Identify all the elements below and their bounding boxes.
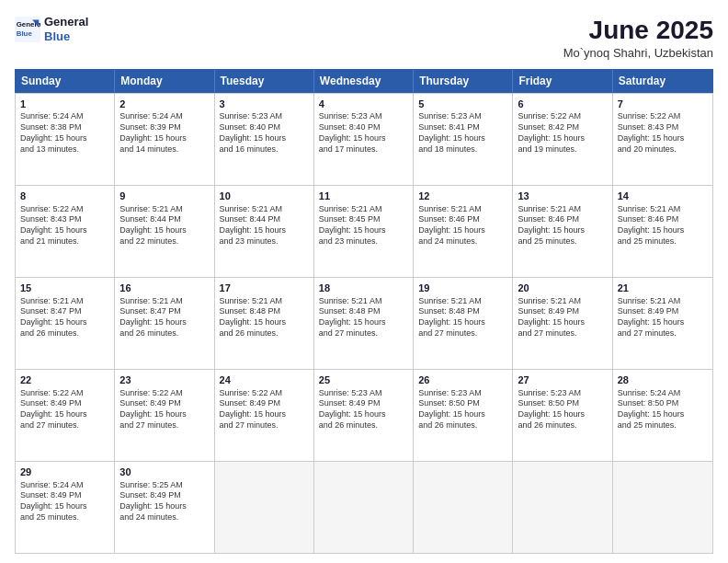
day-number: 19 [418,282,507,295]
day-number: 2 [119,98,209,111]
day-info: Sunrise: 5:21 AMSunset: 8:46 PMDaylight:… [418,204,507,247]
day-number: 9 [119,190,209,203]
calendar-header: Sunday Monday Tuesday Wednesday Thursday… [15,69,713,93]
day-info: Sunrise: 5:22 AMSunset: 8:43 PMDaylight:… [618,111,708,155]
day-number: 27 [518,373,607,387]
day-info: Sunrise: 5:21 AMSunset: 8:47 PMDaylight:… [119,296,209,339]
day-info: Sunrise: 5:21 AMSunset: 8:48 PMDaylight:… [418,296,507,339]
week-row-5: 29Sunrise: 5:24 AMSunset: 8:49 PMDayligh… [16,461,712,553]
day-info: Sunrise: 5:23 AMSunset: 8:50 PMDaylight:… [518,388,607,431]
day-info: Sunrise: 5:21 AMSunset: 8:49 PMDaylight:… [618,296,708,339]
cal-cell: 1Sunrise: 5:24 AMSunset: 8:38 PMDaylight… [16,94,115,185]
day-number: 25 [319,373,408,387]
day-number: 28 [618,373,708,387]
header-monday: Monday [115,70,214,92]
calendar: Sunday Monday Tuesday Wednesday Thursday… [15,69,713,554]
subtitle: Mo`ynoq Shahri, Uzbekistan [563,46,713,60]
cal-cell [215,462,314,553]
cal-cell: 27Sunrise: 5:23 AMSunset: 8:50 PMDayligh… [513,370,612,461]
cal-cell: 3Sunrise: 5:23 AMSunset: 8:40 PMDaylight… [215,94,314,185]
day-number: 3 [220,98,309,111]
svg-text:Blue: Blue [17,29,33,38]
cal-cell: 25Sunrise: 5:23 AMSunset: 8:49 PMDayligh… [314,370,414,461]
header-sunday: Sunday [16,70,115,92]
day-info: Sunrise: 5:22 AMSunset: 8:43 PMDaylight:… [20,204,109,247]
cal-cell: 28Sunrise: 5:24 AMSunset: 8:50 PMDayligh… [613,370,712,461]
day-info: Sunrise: 5:22 AMSunset: 8:49 PMDaylight:… [220,388,309,431]
day-number: 4 [319,98,408,111]
cal-cell: 2Sunrise: 5:24 AMSunset: 8:39 PMDaylight… [115,94,214,185]
cal-cell [314,462,414,553]
day-number: 20 [518,282,607,295]
cal-cell: 15Sunrise: 5:21 AMSunset: 8:47 PMDayligh… [16,278,115,369]
day-number: 29 [20,465,109,479]
cal-cell: 29Sunrise: 5:24 AMSunset: 8:49 PMDayligh… [16,462,115,553]
cal-cell: 11Sunrise: 5:21 AMSunset: 8:45 PMDayligh… [314,186,414,277]
calendar-body: 1Sunrise: 5:24 AMSunset: 8:38 PMDaylight… [15,93,713,554]
cal-cell: 7Sunrise: 5:22 AMSunset: 8:43 PMDaylight… [613,94,712,185]
cal-cell: 14Sunrise: 5:21 AMSunset: 8:46 PMDayligh… [613,186,712,277]
day-info: Sunrise: 5:21 AMSunset: 8:44 PMDaylight:… [220,204,309,247]
cal-cell: 4Sunrise: 5:23 AMSunset: 8:40 PMDaylight… [314,94,414,185]
day-number: 30 [119,465,209,479]
day-number: 13 [518,190,607,203]
cal-cell: 16Sunrise: 5:21 AMSunset: 8:47 PMDayligh… [115,278,214,369]
day-info: Sunrise: 5:21 AMSunset: 8:44 PMDaylight:… [119,204,209,247]
logo-text-line1: General [44,15,88,29]
cal-cell: 8Sunrise: 5:22 AMSunset: 8:43 PMDaylight… [16,186,115,277]
cal-cell: 6Sunrise: 5:22 AMSunset: 8:42 PMDaylight… [513,94,612,185]
title-block: June 2025 Mo`ynoq Shahri, Uzbekistan [563,15,713,60]
cal-cell [414,462,513,553]
day-number: 5 [418,98,507,111]
cal-cell: 5Sunrise: 5:23 AMSunset: 8:41 PMDaylight… [414,94,513,185]
week-row-1: 1Sunrise: 5:24 AMSunset: 8:38 PMDaylight… [16,93,712,185]
cal-cell: 18Sunrise: 5:21 AMSunset: 8:48 PMDayligh… [314,278,414,369]
day-info: Sunrise: 5:24 AMSunset: 8:49 PMDaylight:… [20,480,109,523]
week-row-2: 8Sunrise: 5:22 AMSunset: 8:43 PMDaylight… [16,185,712,277]
day-info: Sunrise: 5:25 AMSunset: 8:49 PMDaylight:… [119,480,209,523]
day-number: 7 [618,98,708,111]
cal-cell: 13Sunrise: 5:21 AMSunset: 8:46 PMDayligh… [513,186,612,277]
day-info: Sunrise: 5:21 AMSunset: 8:49 PMDaylight:… [518,296,607,339]
day-info: Sunrise: 5:24 AMSunset: 8:38 PMDaylight:… [20,111,109,155]
logo-icon: General Blue [15,17,40,42]
cal-cell: 23Sunrise: 5:22 AMSunset: 8:49 PMDayligh… [115,370,214,461]
day-info: Sunrise: 5:21 AMSunset: 8:47 PMDaylight:… [20,296,109,339]
cal-cell: 19Sunrise: 5:21 AMSunset: 8:48 PMDayligh… [414,278,513,369]
cal-cell [613,462,712,553]
day-number: 1 [20,98,109,111]
page: General Blue General Blue June 2025 Mo`y… [0,0,728,563]
day-number: 6 [518,98,607,111]
day-info: Sunrise: 5:23 AMSunset: 8:40 PMDaylight:… [319,111,408,155]
day-info: Sunrise: 5:22 AMSunset: 8:49 PMDaylight:… [119,388,209,431]
day-info: Sunrise: 5:23 AMSunset: 8:49 PMDaylight:… [319,388,408,431]
day-number: 23 [119,373,209,387]
day-number: 17 [220,282,309,295]
day-number: 10 [220,190,309,203]
day-info: Sunrise: 5:21 AMSunset: 8:48 PMDaylight:… [319,296,408,339]
cal-cell: 12Sunrise: 5:21 AMSunset: 8:46 PMDayligh… [414,186,513,277]
day-info: Sunrise: 5:21 AMSunset: 8:46 PMDaylight:… [618,204,708,247]
week-row-4: 22Sunrise: 5:22 AMSunset: 8:49 PMDayligh… [16,369,712,461]
day-number: 24 [220,373,309,387]
logo-text-line2: Blue [44,29,88,44]
cal-cell: 26Sunrise: 5:23 AMSunset: 8:50 PMDayligh… [414,370,513,461]
cal-cell: 30Sunrise: 5:25 AMSunset: 8:49 PMDayligh… [115,462,214,553]
cal-cell: 17Sunrise: 5:21 AMSunset: 8:48 PMDayligh… [215,278,314,369]
cal-cell: 21Sunrise: 5:21 AMSunset: 8:49 PMDayligh… [613,278,712,369]
day-number: 18 [319,282,408,295]
day-number: 26 [418,373,507,387]
day-number: 16 [119,282,209,295]
day-info: Sunrise: 5:21 AMSunset: 8:48 PMDaylight:… [220,296,309,339]
day-number: 8 [20,190,109,203]
day-number: 11 [319,190,408,203]
day-number: 21 [618,282,708,295]
day-number: 14 [618,190,708,203]
cal-cell [513,462,612,553]
day-info: Sunrise: 5:21 AMSunset: 8:46 PMDaylight:… [518,204,607,247]
header-thursday: Thursday [414,70,513,92]
week-row-3: 15Sunrise: 5:21 AMSunset: 8:47 PMDayligh… [16,277,712,369]
cal-cell: 22Sunrise: 5:22 AMSunset: 8:49 PMDayligh… [16,370,115,461]
cal-cell: 9Sunrise: 5:21 AMSunset: 8:44 PMDaylight… [115,186,214,277]
main-title: June 2025 [563,15,713,46]
